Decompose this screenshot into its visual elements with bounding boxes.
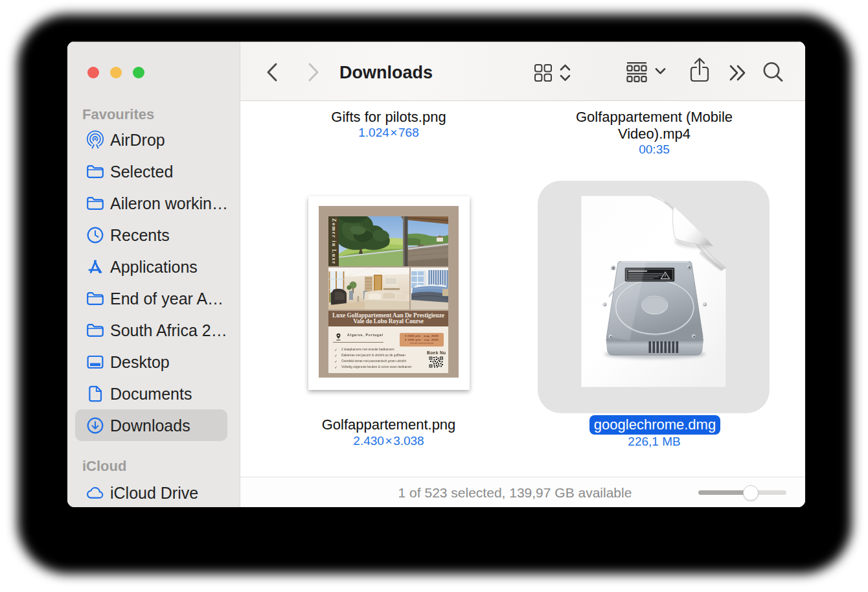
svg-text:Downloads: Downloads [339,63,433,82]
